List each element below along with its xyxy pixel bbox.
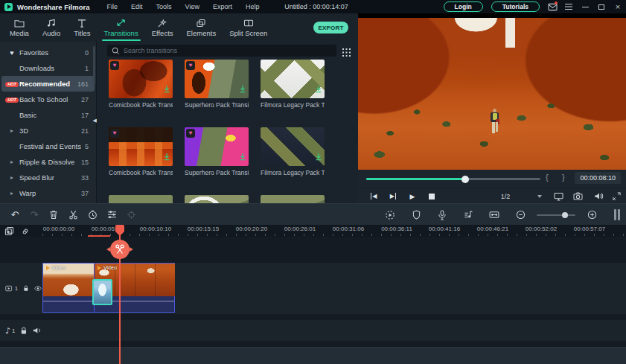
sidebar-item-3d[interactable]: ▸ 3D 21 bbox=[1, 123, 95, 138]
transition-card[interactable] bbox=[109, 195, 173, 203]
download-icon[interactable] bbox=[163, 150, 170, 164]
tab-media[interactable]: Media bbox=[3, 13, 36, 42]
export-button[interactable]: EXPORT bbox=[313, 22, 348, 33]
sidebar-item-festival-and-events[interactable]: Festival and Events 5 bbox=[1, 138, 95, 154]
messages-icon[interactable] bbox=[544, 0, 560, 13]
timeline-playhead[interactable] bbox=[115, 225, 124, 364]
redo-button[interactable]: ↷ bbox=[25, 204, 44, 226]
fullscreen-icon[interactable] bbox=[610, 188, 623, 204]
maximize-button[interactable] bbox=[593, 0, 610, 13]
sidebar-item-downloads[interactable]: Downloads 1 bbox=[1, 60, 95, 76]
search-input[interactable] bbox=[124, 47, 310, 54]
undo-button[interactable]: ↶ bbox=[5, 204, 25, 226]
login-button[interactable]: Login bbox=[444, 1, 483, 12]
marker-icon[interactable] bbox=[406, 204, 426, 226]
fit-timeline-icon[interactable] bbox=[485, 204, 504, 226]
selected-clip-group[interactable]: Video Video bbox=[42, 263, 175, 313]
volume-icon[interactable] bbox=[592, 188, 605, 204]
menu-tools[interactable]: Tools bbox=[150, 3, 179, 10]
playhead-split-scissors-icon[interactable] bbox=[110, 240, 130, 259]
menu-view[interactable]: View bbox=[179, 3, 206, 10]
timeline-zoom-slider[interactable] bbox=[537, 214, 575, 216]
sidebar-item-recommended[interactable]: HOT Recommended 161 bbox=[1, 76, 95, 92]
seek-handle[interactable] bbox=[461, 176, 469, 183]
transition-card[interactable]: Filmora Legacy Pack Tra... bbox=[261, 60, 325, 109]
menu-edit[interactable]: Edit bbox=[124, 3, 150, 10]
quality-dropdown-chevron-icon[interactable] bbox=[535, 188, 544, 204]
sidebar-item-favorites[interactable]: ♥ Favorites 0 bbox=[1, 45, 95, 60]
audio-mixer-icon[interactable] bbox=[459, 204, 478, 226]
transition-thumbnail[interactable]: ♥ bbox=[109, 60, 173, 98]
download-icon[interactable] bbox=[239, 150, 246, 164]
eye-icon[interactable] bbox=[34, 285, 42, 292]
speaker-icon[interactable] bbox=[33, 327, 42, 334]
transition-card[interactable]: ♥ Superhero Pack Transiti... bbox=[185, 60, 249, 109]
sidebar-item-basic[interactable]: Basic 17 bbox=[1, 107, 95, 123]
transition-card[interactable]: ♥ Comicbook Pack Transiti... bbox=[109, 127, 173, 176]
transition-card[interactable]: Filmora Legacy Pack Tra... bbox=[261, 127, 325, 176]
render-preview-icon[interactable] bbox=[380, 204, 400, 226]
display-device-icon[interactable] bbox=[552, 188, 565, 204]
seek-slider[interactable] bbox=[366, 178, 540, 180]
menu-help[interactable]: Help bbox=[239, 3, 266, 10]
expand-caret-icon[interactable]: ▸ bbox=[10, 190, 13, 197]
tab-effects[interactable]: Effects bbox=[145, 13, 180, 42]
menu-file[interactable]: File bbox=[100, 3, 125, 10]
next-frame-button[interactable]: ▶ bbox=[387, 188, 399, 204]
transition-thumbnail[interactable]: ♥ bbox=[185, 127, 249, 166]
grid-view-icon[interactable] bbox=[342, 46, 351, 60]
audio-track-lane[interactable]: ♪ 1 bbox=[0, 320, 626, 341]
speed-clock-icon[interactable] bbox=[83, 204, 102, 226]
applied-transition-chip[interactable] bbox=[92, 279, 112, 305]
transition-thumbnail[interactable] bbox=[261, 195, 325, 203]
preview-video-frame[interactable] bbox=[358, 18, 626, 170]
zoom-in-icon[interactable] bbox=[582, 204, 601, 226]
download-icon[interactable] bbox=[315, 150, 322, 164]
zoom-out-icon[interactable] bbox=[511, 204, 530, 226]
menu-export[interactable]: Export bbox=[206, 3, 239, 10]
zoom-slider-handle[interactable] bbox=[562, 212, 568, 218]
playhead-handle[interactable] bbox=[115, 225, 124, 232]
tutorials-button[interactable]: Tutorials bbox=[491, 1, 540, 12]
mark-out-icon[interactable]: } bbox=[562, 173, 565, 182]
play-button[interactable]: ▶ bbox=[407, 188, 418, 204]
expand-caret-icon[interactable]: ▸ bbox=[10, 159, 13, 165]
sidebar-item-back-to-school[interactable]: HOT Back To School 27 bbox=[1, 92, 95, 107]
expand-caret-icon[interactable]: ▸ bbox=[10, 174, 13, 181]
timeline-clip-1[interactable]: Video bbox=[43, 264, 94, 296]
properties-sliders-icon[interactable] bbox=[102, 204, 121, 226]
motion-tracking-icon[interactable] bbox=[121, 204, 141, 226]
voiceover-mic-icon[interactable] bbox=[432, 204, 452, 226]
lock-icon[interactable] bbox=[20, 327, 28, 335]
delete-icon[interactable] bbox=[44, 204, 63, 226]
transition-thumbnail[interactable] bbox=[261, 127, 325, 166]
hamburger-menu-icon[interactable] bbox=[560, 0, 577, 13]
mark-in-icon[interactable]: { bbox=[546, 173, 549, 182]
sidebar-item-warp[interactable]: ▸ Warp 37 bbox=[1, 185, 95, 201]
tab-split-screen[interactable]: Split Screen bbox=[223, 13, 274, 42]
sidebar-item-speed-blur[interactable]: ▸ Speed Blur 33 bbox=[1, 170, 95, 185]
download-icon[interactable] bbox=[239, 83, 246, 96]
tab-audio[interactable]: Audio bbox=[36, 13, 67, 42]
playback-quality-selector[interactable]: 1/2 bbox=[498, 188, 513, 204]
tab-transitions[interactable]: Transitions bbox=[98, 13, 145, 42]
timeline-vertical-scrollbar[interactable] bbox=[614, 209, 620, 220]
transition-thumbnail[interactable] bbox=[261, 60, 325, 98]
sidebar-scrollbar[interactable] bbox=[93, 46, 95, 85]
expand-caret-icon[interactable]: ▸ bbox=[10, 127, 13, 134]
transition-card[interactable] bbox=[185, 195, 249, 203]
download-icon[interactable] bbox=[315, 83, 322, 96]
minimize-button[interactable] bbox=[577, 0, 593, 13]
timeline-ruler[interactable]: 00:00:00:00 00:00:05:05 00:00:10:10 00:0… bbox=[0, 225, 626, 237]
transition-card[interactable] bbox=[261, 195, 325, 203]
split-scissors-icon[interactable] bbox=[63, 204, 83, 226]
sidebar-item-ripple-dissolve[interactable]: ▸ Ripple & Dissolve 15 bbox=[1, 154, 95, 170]
transition-thumbnail[interactable] bbox=[109, 195, 173, 203]
download-icon[interactable] bbox=[163, 83, 170, 96]
lock-icon[interactable] bbox=[23, 284, 29, 293]
stop-button[interactable] bbox=[427, 188, 437, 204]
transition-thumbnail[interactable] bbox=[185, 195, 249, 203]
close-button[interactable]: × bbox=[610, 0, 626, 13]
transition-card[interactable]: ♥ Superhero Pack Transiti... bbox=[185, 127, 249, 176]
transition-card[interactable]: ♥ Comicbook Pack Transiti... bbox=[109, 60, 173, 109]
